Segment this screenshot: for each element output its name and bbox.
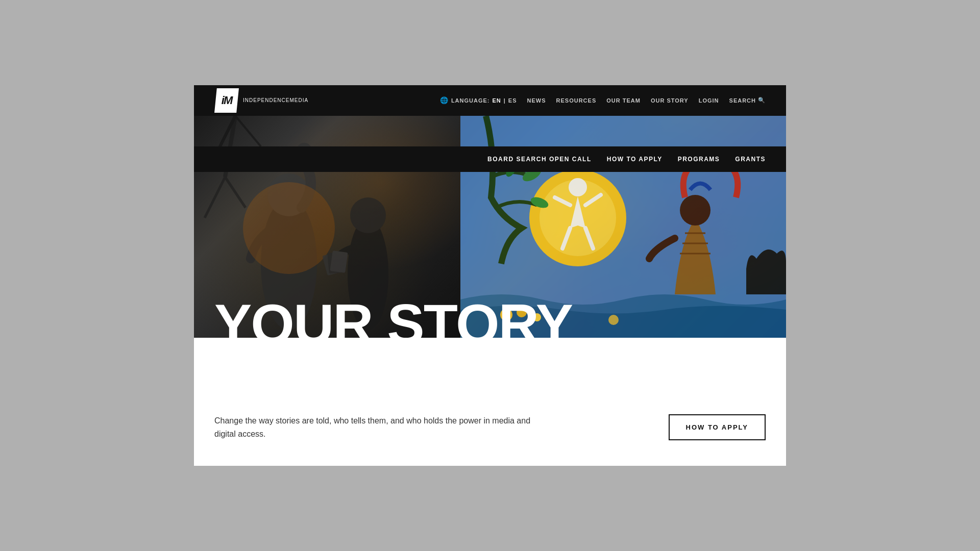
svg-line-4 (235, 116, 261, 146)
svg-point-17 (569, 178, 587, 196)
svg-point-10 (350, 197, 386, 233)
language-label: LANGUAGE: (451, 97, 490, 104)
language-selector[interactable]: 🌐 LANGUAGE: EN|ES (440, 96, 517, 104)
svg-line-2 (225, 177, 246, 208)
hero-headline: YOUR STORY IS JOYOUS. (214, 297, 572, 338)
logo-icon: iM (214, 88, 239, 113)
svg-point-8 (243, 182, 335, 274)
page-wrapper: iM IndependenceMedia 🌐 LANGUAGE: EN|ES N… (194, 85, 786, 466)
tagline-text: Change the way stories are told, who tel… (214, 414, 546, 440)
lang-separator: | (504, 97, 506, 104)
top-nav-right: 🌐 LANGUAGE: EN|ES NEWS RESOURCES OUR TEA… (440, 96, 766, 104)
svg-point-21 (680, 195, 710, 226)
nav-news[interactable]: NEWS (527, 97, 546, 104)
logo-link[interactable]: iM IndependenceMedia (214, 88, 308, 113)
nav-how-to-apply[interactable]: HOW TO APPLY (607, 156, 663, 163)
hero-text-block: YOUR STORY IS JOYOUS. (214, 297, 572, 338)
nav-board-search[interactable]: BOARD SEARCH OPEN CALL (487, 156, 592, 163)
hero-line1: YOUR STORY (214, 297, 572, 338)
nav-resources[interactable]: RESOURCES (556, 97, 597, 104)
search-icon: 🔍 (758, 97, 766, 104)
white-section: Change the way stories are told, who tel… (194, 338, 786, 466)
logo-text: IndependenceMedia (243, 97, 308, 104)
lang-en[interactable]: EN (493, 97, 501, 104)
lang-es[interactable]: ES (508, 97, 517, 104)
secondary-navigation: BOARD SEARCH OPEN CALL HOW TO APPLY PROG… (194, 146, 786, 172)
svg-line-1 (205, 177, 225, 218)
nav-programs[interactable]: PROGRAMS (678, 156, 720, 163)
svg-rect-13 (330, 251, 348, 273)
nav-our-team[interactable]: OUR TEAM (606, 97, 641, 104)
top-navigation: iM IndependenceMedia 🌐 LANGUAGE: EN|ES N… (194, 85, 786, 116)
nav-login[interactable]: LOGIN (699, 97, 719, 104)
hero-section: BOARD SEARCH OPEN CALL HOW TO APPLY PROG… (194, 116, 786, 338)
search-button[interactable]: SEARCH 🔍 (729, 97, 766, 104)
nav-grants[interactable]: GRANTS (735, 156, 766, 163)
globe-icon: 🌐 (440, 96, 449, 104)
how-to-apply-button[interactable]: HOW TO APPLY (669, 414, 766, 440)
tagline-area: Change the way stories are told, who tel… (214, 414, 546, 440)
search-label: SEARCH (729, 97, 756, 104)
nav-our-story[interactable]: OUR STORY (651, 97, 689, 104)
svg-point-28 (608, 315, 619, 325)
